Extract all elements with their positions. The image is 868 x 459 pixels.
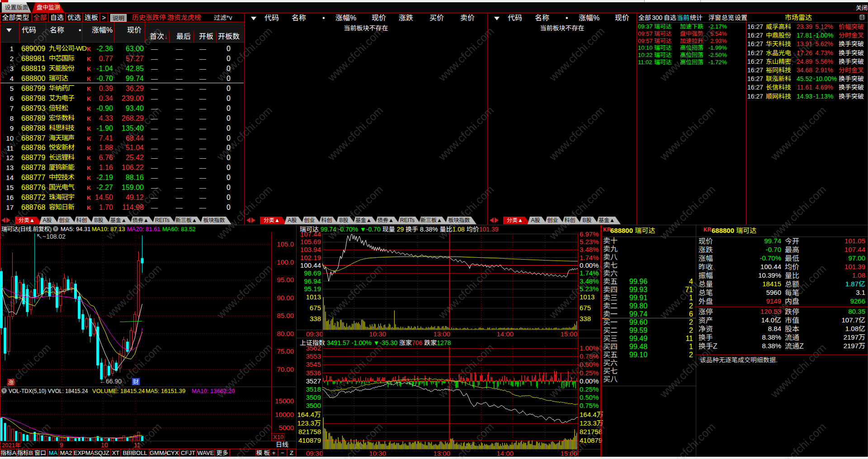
svg-text:财: 财	[133, 379, 139, 385]
svg-text:←66.90: ←66.90	[99, 378, 122, 385]
svg-text:涨: 涨	[8, 379, 14, 386]
svg-text:↖~108.02: ↖~108.02	[36, 233, 66, 240]
